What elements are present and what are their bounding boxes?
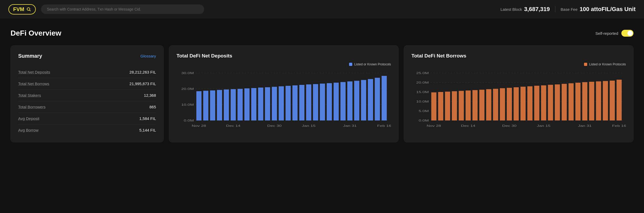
svg-rect-62 bbox=[472, 90, 478, 120]
svg-rect-68 bbox=[514, 87, 519, 120]
header-divider bbox=[555, 6, 555, 12]
svg-rect-74 bbox=[555, 84, 560, 120]
table-row: Avg Borrow5,144 FIL bbox=[18, 124, 156, 136]
borrows-chart-area: 0.0M5.0M10.0M15.0M20.0M25.0MNov 28Dec 14… bbox=[411, 70, 626, 128]
svg-rect-33 bbox=[354, 81, 359, 120]
svg-rect-27 bbox=[313, 84, 318, 120]
svg-rect-58 bbox=[445, 92, 450, 120]
borrows-legend-dot bbox=[584, 63, 587, 66]
svg-text:Nov 28: Nov 28 bbox=[192, 124, 206, 127]
svg-rect-59 bbox=[452, 91, 457, 120]
page-title: DeFi Overview bbox=[11, 29, 61, 37]
borrows-chart-svg: 0.0M5.0M10.0M15.0M20.0M25.0MNov 28Dec 14… bbox=[411, 70, 626, 128]
svg-rect-63 bbox=[479, 90, 485, 120]
main-content: DeFi Overview Self-reported Summary Glos… bbox=[0, 18, 644, 153]
row-value: 1,584 FIL bbox=[93, 113, 156, 124]
svg-text:Dec 14: Dec 14 bbox=[461, 124, 475, 127]
deposits-legend-label: Listed or Known Protocols bbox=[354, 62, 391, 66]
svg-rect-21 bbox=[272, 87, 277, 120]
svg-rect-72 bbox=[541, 85, 546, 120]
svg-rect-35 bbox=[368, 79, 373, 120]
svg-rect-10 bbox=[196, 91, 202, 120]
header-stats: Latest Block 3,687,319 Base Fee 100 atto… bbox=[500, 6, 636, 13]
svg-rect-11 bbox=[203, 91, 208, 120]
svg-rect-56 bbox=[431, 92, 436, 120]
deposits-legend-dot bbox=[349, 63, 352, 66]
base-fee-label: Base Fee bbox=[561, 7, 577, 12]
svg-rect-80 bbox=[596, 81, 601, 120]
row-value: 21,995,873 FIL bbox=[93, 78, 156, 90]
row-value: 5,144 FIL bbox=[93, 124, 156, 136]
svg-rect-13 bbox=[217, 90, 222, 120]
svg-rect-24 bbox=[293, 85, 298, 120]
page-header: DeFi Overview Self-reported bbox=[11, 29, 633, 37]
svg-rect-79 bbox=[589, 82, 594, 120]
search-input[interactable] bbox=[41, 4, 204, 14]
svg-text:Jan 15: Jan 15 bbox=[537, 124, 551, 127]
svg-rect-12 bbox=[210, 90, 215, 120]
svg-rect-23 bbox=[285, 86, 291, 120]
deposits-chart-area: 0.0M10.0M20.0M30.0MNov 28Dec 14Dec 30Jan… bbox=[177, 70, 391, 128]
row-label: Total Net Borrows bbox=[18, 78, 93, 90]
svg-rect-78 bbox=[582, 82, 587, 120]
svg-text:Dec 14: Dec 14 bbox=[226, 124, 240, 127]
svg-text:Dec 30: Dec 30 bbox=[267, 124, 282, 127]
row-value: 12,368 bbox=[93, 90, 156, 101]
svg-rect-37 bbox=[382, 76, 387, 120]
svg-rect-65 bbox=[493, 89, 498, 120]
borrows-chart-title: Total DeFi Net Borrows bbox=[411, 53, 626, 59]
self-reported-label: Self-reported bbox=[595, 31, 618, 36]
svg-rect-83 bbox=[617, 80, 622, 120]
logo-text: FVM bbox=[13, 6, 24, 12]
svg-rect-17 bbox=[244, 88, 250, 120]
svg-text:30.0M: 30.0M bbox=[181, 71, 194, 75]
svg-text:10.0M: 10.0M bbox=[181, 103, 194, 106]
row-value: 28,212,263 FIL bbox=[93, 66, 156, 78]
summary-title: Summary bbox=[18, 53, 42, 59]
row-value: 865 bbox=[93, 101, 156, 113]
svg-rect-31 bbox=[340, 82, 346, 120]
svg-rect-76 bbox=[568, 83, 574, 120]
svg-rect-22 bbox=[279, 86, 284, 120]
svg-text:5.0M: 5.0M bbox=[419, 109, 429, 113]
table-row: Total Stakers12,368 bbox=[18, 90, 156, 101]
svg-rect-57 bbox=[438, 92, 443, 120]
svg-text:0.0M: 0.0M bbox=[419, 119, 429, 122]
svg-rect-29 bbox=[327, 83, 332, 120]
self-reported-toggle[interactable] bbox=[621, 30, 633, 37]
summary-card: Summary Glossary Total Net Deposits28,21… bbox=[11, 45, 164, 142]
svg-rect-14 bbox=[224, 89, 229, 120]
toggle-knob bbox=[627, 31, 633, 36]
svg-rect-36 bbox=[375, 78, 380, 120]
svg-rect-61 bbox=[466, 90, 471, 120]
svg-rect-73 bbox=[548, 85, 553, 120]
glossary-link[interactable]: Glossary bbox=[140, 54, 156, 58]
latest-block-label: Latest Block bbox=[500, 7, 522, 12]
cards-row: Summary Glossary Total Net Deposits28,21… bbox=[11, 45, 633, 142]
svg-rect-28 bbox=[320, 84, 325, 120]
svg-text:25.0M: 25.0M bbox=[416, 71, 429, 75]
borrows-legend: Listed or Known Protocols bbox=[411, 62, 626, 66]
header: FVM Latest Block 3,687,319 Base Fee 100 … bbox=[0, 0, 644, 18]
summary-table: Total Net Deposits28,212,263 FILTotal Ne… bbox=[18, 66, 156, 136]
svg-rect-18 bbox=[251, 88, 256, 120]
svg-text:15.0M: 15.0M bbox=[416, 90, 429, 94]
svg-text:0.0M: 0.0M bbox=[184, 119, 194, 122]
base-fee-value: 100 attoFIL/Gas Unit bbox=[580, 6, 636, 13]
deposits-legend: Listed or Known Protocols bbox=[177, 62, 391, 66]
svg-rect-32 bbox=[347, 81, 353, 120]
svg-rect-75 bbox=[562, 84, 567, 120]
svg-rect-69 bbox=[520, 87, 526, 120]
svg-text:Jan 31: Jan 31 bbox=[578, 124, 592, 127]
deposits-chart-card: Total DeFi Net Deposits Listed or Known … bbox=[169, 45, 399, 142]
svg-rect-77 bbox=[575, 83, 581, 120]
svg-rect-16 bbox=[238, 89, 243, 120]
svg-text:20.0M: 20.0M bbox=[416, 81, 429, 84]
svg-rect-64 bbox=[486, 89, 491, 120]
svg-text:20.0M: 20.0M bbox=[181, 87, 194, 90]
svg-text:Jan 15: Jan 15 bbox=[302, 124, 316, 127]
logo-button[interactable]: FVM bbox=[8, 4, 36, 14]
deposits-chart-svg: 0.0M10.0M20.0M30.0MNov 28Dec 14Dec 30Jan… bbox=[177, 70, 391, 128]
svg-rect-25 bbox=[299, 85, 305, 120]
row-label: Total Borrowers bbox=[18, 101, 93, 113]
